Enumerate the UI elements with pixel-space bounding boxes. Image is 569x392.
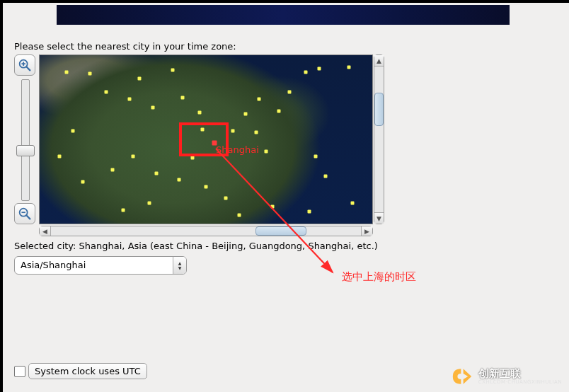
- scroll-down-icon[interactable]: ▼: [374, 212, 384, 224]
- installer-banner: [57, 5, 510, 25]
- zoom-slider-track[interactable]: [21, 79, 30, 201]
- timezone-value: Asia/Shanghai: [15, 257, 173, 274]
- city-shanghai-label: Shanghai: [216, 144, 259, 155]
- hscroll-thumb[interactable]: [255, 226, 306, 236]
- zoom-out-icon: [17, 206, 33, 221]
- zoom-out-button[interactable]: [14, 203, 35, 224]
- selected-city-text: Selected city: Shanghai, Asia (east Chin…: [14, 241, 378, 251]
- zoom-slider-handle[interactable]: [16, 145, 35, 156]
- svg-line-5: [26, 215, 30, 219]
- svg-line-1: [26, 67, 30, 70]
- zoom-in-icon: [17, 57, 33, 73]
- watermark-subtext: CXHLCOM·CHUANGXINHULIAN: [478, 379, 562, 385]
- annotation-text: 选中上海的时区: [342, 270, 416, 284]
- utc-checkbox[interactable]: [14, 366, 25, 377]
- utc-checkbox-label[interactable]: System clock uses UTC: [28, 363, 147, 379]
- zoom-in-button[interactable]: [14, 54, 35, 76]
- scroll-up-icon[interactable]: ▲: [374, 55, 384, 67]
- timezone-map[interactable]: Shanghai: [39, 54, 373, 224]
- scroll-right-icon[interactable]: ▶: [361, 226, 372, 236]
- watermark: 创新互联 CXHLCOM·CHUANGXINHULIAN: [450, 367, 562, 386]
- map-vertical-scrollbar[interactable]: ▲ ▼: [374, 54, 384, 224]
- watermark-logo-icon: [450, 367, 474, 386]
- map-horizontal-scrollbar[interactable]: ◀ ▶: [39, 226, 373, 236]
- timezone-prompt: Please select the nearest city in your t…: [14, 41, 236, 52]
- watermark-brand: 创新互联: [478, 369, 562, 379]
- timezone-combobox[interactable]: Asia/Shanghai ▲▼: [14, 256, 187, 275]
- scroll-left-icon[interactable]: ◀: [40, 226, 51, 236]
- vscroll-thumb[interactable]: [374, 93, 384, 126]
- combobox-spinner-icon[interactable]: ▲▼: [173, 257, 186, 274]
